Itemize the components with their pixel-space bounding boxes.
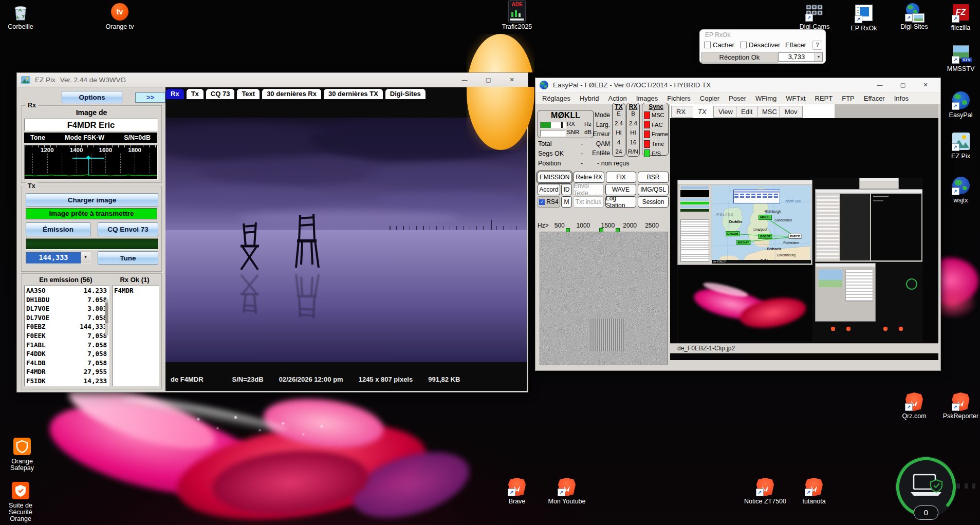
desktop-icon-trafic2025[interactable]: ADE Trafic2025 (494, 0, 540, 30)
mode-label: Mode FSK-W (65, 134, 104, 141)
desktop-icon-wsjtx[interactable]: ↗ wsjtx (941, 177, 980, 204)
menu-item[interactable]: Poser (724, 95, 751, 102)
rs4-checkbox[interactable]: ✓ RS4 (538, 196, 560, 208)
menu-item[interactable]: Effacer (859, 95, 890, 102)
tab-view[interactable]: View (713, 106, 738, 118)
combobox-dropdown-icon[interactable]: ▼ (81, 252, 90, 264)
wave-button[interactable]: WAVE (605, 184, 636, 195)
ezpix-titlebar[interactable]: EZ Pix Ver. 2.44 de W3WVG — ▢ ✕ (17, 73, 528, 87)
rxok-list[interactable]: F4MDR (112, 286, 159, 386)
menu-item[interactable]: Hybrid (575, 95, 604, 102)
expand-button[interactable]: >> (135, 92, 165, 103)
tab-rx[interactable]: Rx (165, 88, 184, 99)
help-button[interactable]: ? (812, 41, 822, 50)
cq-envoi-73-button[interactable]: CQ Envoi 73 (98, 222, 158, 236)
tab-tx[interactable]: TX (693, 106, 712, 118)
tab-30-dernieres-rx[interactable]: 30 dernières Rx (262, 88, 322, 99)
emission-button[interactable]: EMISSION (538, 172, 571, 183)
reception-ok-button[interactable]: Réception Ok (701, 52, 778, 63)
tab-rx[interactable]: RX (671, 106, 696, 118)
desktop-icon-corbeille[interactable]: Corbeille (0, 3, 44, 30)
menu-item[interactable]: Fichiers (662, 95, 695, 102)
minimize-button[interactable]: — (874, 81, 885, 89)
digi-cams-icon: ↗ (805, 3, 824, 22)
tune-button[interactable]: Tune (98, 251, 158, 265)
menu-item[interactable]: WFimg (751, 95, 781, 102)
menu-item[interactable]: WFTxt (781, 95, 810, 102)
desktop-icon-mmsstv[interactable]: STV ↗ MMSSTV (941, 45, 980, 72)
tab-edit[interactable]: Edit (736, 106, 757, 118)
desktop-icon-notice-zt7500[interactable]: ↗ Notice ZT7500 (742, 478, 788, 505)
close-button[interactable]: ✕ (920, 81, 931, 89)
desktop-icon-brave[interactable]: ↗ Brave (494, 478, 540, 505)
easypal-window: EasyPal - FØEBZ - Ver:07/OCT/2014 - HYBR… (535, 78, 941, 371)
tab-tx[interactable]: Tx (186, 88, 204, 99)
bsr-button[interactable]: BSR (638, 172, 669, 183)
chair-silhouette-left (233, 221, 266, 272)
tab-msc[interactable]: MSC (757, 106, 782, 118)
desktop-icon-orange-tv[interactable]: tv Orange tv (97, 3, 143, 30)
emission-list[interactable]: AA3SO14.233DH1BDU7.058DL7VOE3.803DL7VOE7… (24, 286, 109, 386)
menu-item[interactable]: Images (632, 95, 663, 102)
menu-item[interactable]: Action (604, 95, 632, 102)
desktop-icon-tutanota[interactable]: ↗ tutanota (791, 478, 837, 505)
emission-button[interactable]: Émission (26, 222, 90, 236)
tab-text[interactable]: Text (236, 88, 260, 99)
minimize-button[interactable]: — (459, 76, 470, 84)
desktop-icon-qrz[interactable]: ↗ Qrz.com (891, 392, 937, 420)
cacher-checkbox[interactable]: Cacher (704, 41, 734, 49)
security-widget[interactable]: 0 (891, 453, 961, 523)
desktop-icon-mon-youtube[interactable]: ↗ Mon Youtube (544, 478, 590, 505)
rx-column-header: RX (627, 103, 639, 110)
desktop-icon-orange-safepay[interactable]: Orange Safepay (0, 438, 45, 472)
mmsstv-icon: STV ↗ (952, 45, 970, 64)
rxok-count-spinner[interactable]: 3,733 ▼ (778, 52, 823, 62)
desktop-icon-ezpix[interactable]: ↗ EZ Pix (941, 133, 980, 160)
fix-button[interactable]: FIX (606, 172, 636, 183)
desktop-icon-suite-securite[interactable]: Suite de Sécurité Orange (0, 482, 44, 522)
spinner-dropdown-icon[interactable]: ▼ (815, 53, 822, 61)
desktop-icon-ep-rxok[interactable]: ↗ EP RxOk (841, 3, 887, 32)
relire-rx-button[interactable]: Relire RX (574, 172, 604, 183)
desktop-icon-digi-sites[interactable]: ↗ Digi-Sites (891, 3, 937, 30)
envoi-texte-button[interactable]: Envoi Texte (573, 184, 604, 195)
param-label: QAM (587, 140, 610, 150)
menu-item[interactable]: REPT (810, 95, 838, 102)
accord-button[interactable]: Accord (538, 184, 560, 195)
desktop-icon-pskreporter[interactable]: ↗ PskReporter (941, 392, 980, 420)
log-station-button[interactable]: Log Station (605, 196, 636, 208)
txt-inclus-button[interactable]: Txt inclus (573, 196, 604, 208)
tab-digi-sites[interactable]: Digi-Sites (385, 88, 426, 99)
tab-30-dernieres-tx[interactable]: 30 dernières TX (323, 88, 383, 99)
close-button[interactable]: ✕ (506, 76, 517, 84)
desktop-icon-digi-cams[interactable]: ↗ Digi-Cams (791, 3, 838, 30)
charger-image-button[interactable]: Charger image (26, 193, 158, 207)
tab-mov[interactable]: Mov (780, 106, 803, 118)
img-qsl-button[interactable]: IMG/QSL (638, 184, 669, 195)
desactiver-checkbox[interactable]: Désactiver (740, 41, 780, 49)
m-button[interactable]: M (561, 196, 572, 208)
menu-item[interactable]: FTP (837, 95, 859, 102)
scale-tick-label: 1600 (99, 147, 113, 153)
easypal-titlebar[interactable]: EasyPal - FØEBZ - Ver:07/OCT/2014 - HYBR… (535, 78, 940, 92)
frequency-value[interactable]: 144,333 (26, 252, 81, 264)
options-button[interactable]: Options (62, 91, 122, 103)
maximize-button[interactable]: ▢ (483, 76, 494, 84)
maximize-button[interactable]: ▢ (897, 81, 909, 89)
effacer-button[interactable]: Effacer (785, 41, 806, 49)
menu-item[interactable]: Copier (695, 95, 724, 102)
menu-item[interactable]: Réglages (538, 95, 575, 102)
list-scrollbar[interactable] (105, 299, 108, 335)
emission-list-row: F0EBZ144,333 (25, 322, 109, 331)
id-button[interactable]: ID (561, 184, 572, 195)
icon-label: Trafic2025 (494, 24, 540, 30)
tab-cq73[interactable]: CQ 73 (206, 88, 235, 99)
menu-item[interactable]: Infos (890, 95, 913, 102)
desktop-icon-filezilla[interactable]: FZ ↗ filezilla (941, 3, 980, 31)
desktop-icon-easypal[interactable]: ↗ EasyPal (941, 91, 980, 119)
session-button[interactable]: Session (638, 196, 669, 208)
frequency-combobox[interactable]: 144,333 ▼ (26, 252, 90, 264)
brave-lion-icon: ↗ (905, 392, 923, 411)
waterfall-display[interactable] (540, 232, 668, 365)
position-extra: - non reçus (597, 160, 630, 167)
